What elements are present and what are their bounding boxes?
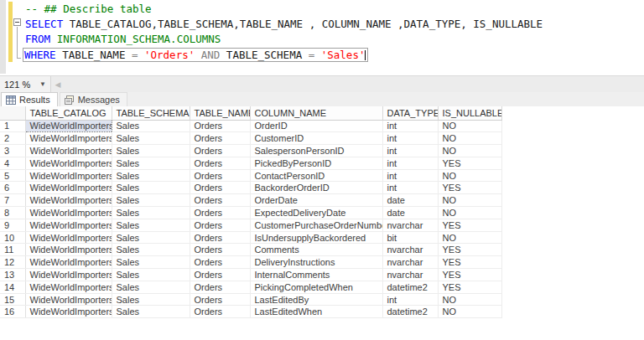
- grid-cell[interactable]: Orders: [190, 145, 250, 157]
- grid-cell[interactable]: YES: [438, 157, 501, 169]
- grid-cell[interactable]: PickedByPersonID: [250, 157, 382, 169]
- grid-cell[interactable]: SalespersonPersonID: [250, 145, 382, 157]
- grid-cell[interactable]: Sales: [112, 182, 190, 194]
- grid-cell[interactable]: Orders: [190, 256, 250, 269]
- grid-cell[interactable]: WideWorldImporters: [25, 157, 112, 169]
- grid-cell[interactable]: WideWorldImporters: [25, 145, 112, 157]
- grid-cell[interactable]: nvarchar: [382, 219, 438, 231]
- row-header[interactable]: 5: [0, 169, 25, 182]
- grid-cell[interactable]: Sales: [112, 145, 190, 157]
- grid-cell[interactable]: int: [382, 293, 438, 306]
- scroll-left-icon[interactable]: ◀: [51, 76, 65, 92]
- code-line[interactable]: SELECT TABLE_CATALOG,TABLE_SCHEMA,TABLE_…: [25, 17, 543, 32]
- grid-cell[interactable]: WideWorldImporters: [25, 269, 112, 281]
- grid-cell[interactable]: Orders: [190, 132, 250, 145]
- code-line[interactable]: FROM INFORMATION_SCHEMA.COLUMNS: [25, 32, 543, 47]
- grid-cell[interactable]: IsUndersupplyBackordered: [250, 231, 382, 244]
- grid-cell[interactable]: WideWorldImporters: [25, 244, 112, 256]
- grid-cell[interactable]: InternalComments: [250, 269, 382, 281]
- grid-cell[interactable]: Orders: [190, 157, 250, 169]
- code-lines[interactable]: -- ## Describe tableSELECT TABLE_CATALOG…: [25, 2, 543, 62]
- grid-cell[interactable]: NO: [438, 120, 501, 132]
- column-header[interactable]: DATA_TYPE: [382, 106, 438, 120]
- grid-cell[interactable]: WideWorldImporters: [25, 281, 112, 293]
- grid-cell[interactable]: WideWorldImporters: [25, 169, 112, 182]
- row-header[interactable]: 9: [0, 219, 25, 231]
- horizontal-scrollbar[interactable]: ◀: [51, 76, 644, 92]
- code-line[interactable]: -- ## Describe table: [25, 2, 543, 17]
- grid-cell[interactable]: Orders: [190, 293, 250, 306]
- row-header[interactable]: 4: [0, 157, 25, 169]
- grid-cell[interactable]: Sales: [112, 219, 190, 231]
- column-header[interactable]: TABLE_SCHEMA: [112, 106, 190, 120]
- grid-cell[interactable]: DeliveryInstructions: [250, 256, 382, 269]
- grid-cell[interactable]: Sales: [112, 281, 190, 293]
- grid-cell[interactable]: WideWorldImporters: [25, 219, 112, 231]
- grid-cell[interactable]: int: [382, 157, 438, 169]
- grid-cell[interactable]: Orders: [190, 194, 250, 207]
- grid-cell[interactable]: Orders: [190, 231, 250, 244]
- grid-cell[interactable]: Sales: [112, 194, 190, 207]
- grid-cell[interactable]: Sales: [112, 169, 190, 182]
- grid-cell[interactable]: int: [382, 182, 438, 194]
- editor-zoom-combobox[interactable]: 121 % ▼: [0, 76, 50, 92]
- sql-editor[interactable]: -- ## Describe tableSELECT TABLE_CATALOG…: [0, 0, 644, 75]
- grid-cell[interactable]: date: [382, 207, 438, 219]
- row-header[interactable]: 7: [0, 194, 25, 207]
- column-header[interactable]: IS_NULLABLE: [438, 106, 501, 120]
- column-header[interactable]: TABLE_NAME: [190, 106, 250, 120]
- row-header[interactable]: 10: [0, 231, 25, 244]
- grid-cell[interactable]: Sales: [112, 132, 190, 145]
- column-header[interactable]: TABLE_CATALOG: [25, 106, 112, 120]
- code-line[interactable]: WHERE TABLE_NAME = 'Orders' AND TABLE_SC…: [25, 47, 543, 62]
- grid-cell[interactable]: YES: [438, 281, 501, 293]
- grid-cell[interactable]: NO: [438, 194, 501, 207]
- row-header[interactable]: 15: [0, 293, 25, 306]
- grid-cell[interactable]: CustomerPurchaseOrderNumber: [250, 219, 382, 231]
- grid-cell[interactable]: Sales: [112, 256, 190, 269]
- grid-cell[interactable]: Sales: [112, 269, 190, 281]
- grid-cell[interactable]: ExpectedDeliveryDate: [250, 207, 382, 219]
- row-header[interactable]: 12: [0, 256, 25, 269]
- grid-cell[interactable]: Sales: [112, 120, 190, 132]
- grid-cell[interactable]: NO: [438, 293, 501, 306]
- grid-cell[interactable]: Sales: [112, 157, 190, 169]
- grid-cell[interactable]: WideWorldImporters: [25, 231, 112, 244]
- grid-cell[interactable]: YES: [438, 269, 501, 281]
- grid-cell[interactable]: Orders: [190, 207, 250, 219]
- grid-cell[interactable]: int: [382, 120, 438, 132]
- grid-cell[interactable]: Orders: [190, 219, 250, 231]
- column-header[interactable]: COLUMN_NAME: [250, 106, 382, 120]
- grid-cell[interactable]: Comments: [250, 244, 382, 256]
- grid-cell[interactable]: Sales: [112, 306, 190, 318]
- grid-cell[interactable]: Orders: [190, 281, 250, 293]
- grid-cell[interactable]: PickingCompletedWhen: [250, 281, 382, 293]
- grid-cell[interactable]: NO: [438, 145, 501, 157]
- grid-cell[interactable]: WideWorldImporters: [25, 182, 112, 194]
- grid-cell[interactable]: nvarchar: [382, 244, 438, 256]
- grid-cell[interactable]: NO: [438, 231, 501, 244]
- grid-cell[interactable]: nvarchar: [382, 256, 438, 269]
- select-all-corner[interactable]: [0, 106, 25, 120]
- grid-cell[interactable]: BackorderOrderID: [250, 182, 382, 194]
- grid-cell[interactable]: WideWorldImporters: [25, 207, 112, 219]
- row-header[interactable]: 16: [0, 306, 25, 318]
- grid-cell[interactable]: datetime2: [382, 281, 438, 293]
- row-header[interactable]: 2: [0, 132, 25, 145]
- grid-cell[interactable]: date: [382, 194, 438, 207]
- grid-cell[interactable]: bit: [382, 231, 438, 244]
- row-header[interactable]: 11: [0, 244, 25, 256]
- grid-cell[interactable]: Orders: [190, 269, 250, 281]
- grid-cell[interactable]: Orders: [190, 244, 250, 256]
- grid-cell[interactable]: int: [382, 145, 438, 157]
- grid-cell[interactable]: Orders: [190, 306, 250, 318]
- row-header[interactable]: 8: [0, 207, 25, 219]
- grid-cell[interactable]: int: [382, 169, 438, 182]
- tab-messages[interactable]: Messages: [60, 92, 127, 106]
- grid-cell[interactable]: ContactPersonID: [250, 169, 382, 182]
- grid-cell[interactable]: WideWorldImporters: [25, 194, 112, 207]
- grid-cell[interactable]: NO: [438, 169, 501, 182]
- grid-cell[interactable]: NO: [438, 207, 501, 219]
- row-header[interactable]: 3: [0, 145, 25, 157]
- collapse-region-icon[interactable]: [13, 18, 21, 26]
